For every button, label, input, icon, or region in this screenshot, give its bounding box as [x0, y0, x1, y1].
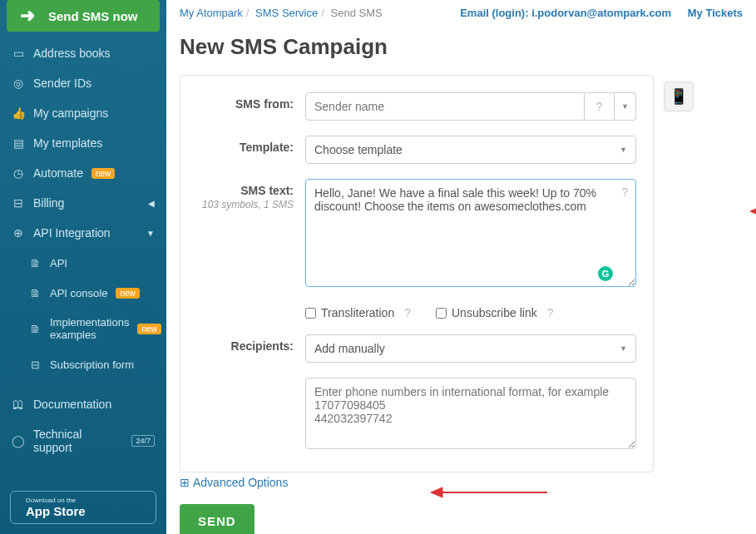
- sidebar-item-label: Sender IDs: [33, 77, 91, 90]
- support-icon: ◯: [12, 434, 25, 447]
- new-badge: new: [91, 168, 115, 179]
- template-select[interactable]: Choose template ▼: [305, 136, 636, 164]
- doc-icon: 🗎: [28, 286, 42, 299]
- checkbox-label: Unsubscribe link: [452, 306, 537, 319]
- email-login-link[interactable]: Email (login): i.podorvan@atompark.com: [460, 7, 671, 19]
- sidebar-item-label: My campaigns: [33, 106, 108, 120]
- new-badge: new: [137, 324, 161, 334]
- breadcrumb-link[interactable]: SMS Service: [255, 7, 318, 19]
- book-icon: ▭: [12, 47, 25, 60]
- sms-text-textarea[interactable]: [305, 179, 636, 287]
- clock-icon: ◷: [12, 166, 25, 180]
- billing-icon: ⊟: [12, 196, 25, 210]
- caret-down-icon: ▼: [620, 344, 627, 353]
- help-icon[interactable]: ?: [585, 92, 615, 121]
- help-icon[interactable]: ?: [547, 306, 554, 319]
- sidebar-sub-implementations[interactable]: 🗎Implementations examples new: [0, 308, 166, 349]
- unsubscribe-box[interactable]: [436, 308, 447, 319]
- sidebar-item-address-books[interactable]: ▭Address books: [0, 38, 166, 68]
- help-icon[interactable]: ?: [621, 185, 628, 199]
- sender-name-input[interactable]: [305, 92, 585, 121]
- send-sms-now-button[interactable]: ➜ Send SMS now: [7, 0, 160, 32]
- sms-from-label: SMS from:: [197, 92, 305, 121]
- sidebar-item-label: Documentation: [33, 398, 111, 411]
- recipients-select[interactable]: Add manually ▼: [305, 334, 636, 363]
- sidebar-item-automate[interactable]: ◷Automatenew: [0, 158, 166, 188]
- sidebar-sub-subscription-form[interactable]: ⊟Subscription form: [0, 349, 166, 379]
- unsubscribe-checkbox[interactable]: Unsubscribe link: [436, 306, 537, 319]
- breadcrumb: My Atompark/ SMS Service/ Send SMS: [180, 7, 383, 19]
- caret-left-icon: ◀: [148, 199, 155, 208]
- phone-preview-button[interactable]: 📱: [664, 82, 694, 111]
- appstore-button[interactable]: Download on theApp Store: [10, 491, 156, 524]
- sidebar-item-label: Technical support: [33, 428, 123, 454]
- sidebar-item-documentation[interactable]: 🕮Documentation: [0, 389, 166, 419]
- plus-square-icon: ⊞: [180, 476, 190, 489]
- campaign-icon: 👍: [12, 106, 25, 120]
- breadcrumb-current: Send SMS: [331, 7, 383, 19]
- sms-text-counter: 103 symbols, 1 SMS: [197, 199, 294, 210]
- recipients-value: Add manually: [314, 342, 385, 355]
- send-button[interactable]: SEND: [180, 504, 254, 534]
- sidebar-item-billing[interactable]: ⊟Billing◀: [0, 188, 166, 218]
- page-title: New SMS Campaign: [180, 34, 743, 60]
- sidebar-item-my-campaigns[interactable]: 👍My campaigns: [0, 98, 166, 128]
- grammarly-icon[interactable]: G: [598, 266, 613, 281]
- sidebar-item-label: Automate: [33, 166, 83, 180]
- sidebar-item-label: API Integration: [33, 226, 111, 240]
- annotation-arrow: [750, 203, 756, 220]
- breadcrumb-link[interactable]: My Atompark: [180, 7, 243, 19]
- transliteration-checkbox[interactable]: Transliteration: [305, 306, 394, 319]
- docs-icon: 🕮: [12, 398, 25, 411]
- help-icon[interactable]: ?: [404, 306, 411, 319]
- svg-marker-1: [750, 206, 756, 216]
- sidebar-sub-api-console[interactable]: 🗎API console new: [0, 278, 166, 308]
- sidebar-item-label: My templates: [33, 136, 102, 150]
- new-badge: new: [116, 288, 139, 299]
- appstore-small: Download on the: [26, 497, 86, 504]
- doc-icon: 🗎: [28, 322, 42, 335]
- caret-down-icon: ▼: [620, 146, 627, 154]
- badge-247: 24/7: [131, 435, 155, 447]
- template-label: Template:: [197, 136, 305, 164]
- sidebar-item-api-integration[interactable]: ⊕API Integration▼: [0, 218, 166, 248]
- id-icon: ◎: [12, 77, 25, 90]
- send-now-label: Send SMS now: [48, 9, 138, 23]
- sidebar-item-sender-ids[interactable]: ◎Sender IDs: [0, 68, 166, 98]
- transliteration-box[interactable]: [305, 308, 316, 319]
- phone-numbers-textarea[interactable]: [305, 378, 636, 449]
- doc-icon: 🗎: [28, 256, 42, 269]
- my-tickets-link[interactable]: My Tickets: [688, 7, 743, 19]
- arrow-right-icon: ➜: [15, 5, 40, 27]
- sidebar-item-label: Billing: [33, 196, 64, 210]
- sidebar-item-my-templates[interactable]: ▤My templates: [0, 128, 166, 158]
- recipients-label: Recipients:: [197, 334, 305, 363]
- template-icon: ▤: [12, 136, 25, 150]
- phone-icon: 📱: [670, 87, 688, 106]
- template-value: Choose template: [314, 143, 403, 156]
- sender-dropdown-toggle[interactable]: ▼: [615, 92, 636, 121]
- sidebar-item-label: API: [50, 257, 67, 269]
- advanced-options-link[interactable]: Advanced Options: [193, 476, 288, 489]
- sidebar-item-technical-support[interactable]: ◯Technical support 24/7: [0, 419, 166, 462]
- form-icon: ⊟: [28, 358, 42, 371]
- checkbox-label: Transliteration: [321, 306, 394, 319]
- api-icon: ⊕: [12, 226, 25, 240]
- appstore-big: App Store: [26, 504, 86, 518]
- sms-text-label: SMS text:: [240, 184, 294, 197]
- caret-down-icon: ▼: [146, 229, 155, 238]
- sidebar-item-label: Implementations examples: [50, 316, 129, 341]
- sidebar-item-label: API console: [50, 287, 107, 299]
- sidebar-item-label: Address books: [33, 47, 111, 60]
- sidebar-item-label: Subscription form: [50, 358, 134, 371]
- sidebar-sub-api[interactable]: 🗎API: [0, 248, 166, 278]
